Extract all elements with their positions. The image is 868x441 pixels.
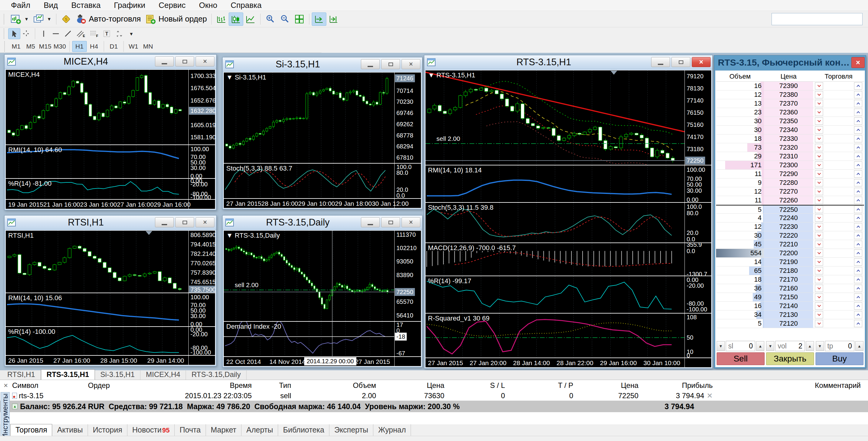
- close-button[interactable]: ×: [851, 57, 865, 68]
- tile-windows-button[interactable]: [292, 12, 307, 26]
- tf-d1-button[interactable]: D1: [106, 41, 121, 52]
- sell-at-price-button[interactable]: [815, 153, 823, 160]
- buy-at-price-button[interactable]: [854, 285, 862, 292]
- sell-at-price-button[interactable]: [815, 100, 823, 107]
- buy-at-price-button[interactable]: [854, 144, 862, 151]
- volume-field[interactable]: vol2: [775, 341, 805, 351]
- depth-row[interactable]: 1872170: [716, 275, 864, 284]
- tf-h1-button[interactable]: H1: [72, 41, 87, 52]
- buy-at-price-button[interactable]: [854, 91, 862, 98]
- tf-w1-button[interactable]: W1: [126, 41, 141, 52]
- depth-row[interactable]: 6572180: [716, 266, 864, 275]
- candlestick-chart-button[interactable]: [229, 12, 243, 26]
- buy-at-price-button[interactable]: [854, 267, 862, 274]
- instruments-sidebar-tab[interactable]: Инструменты: [1, 392, 10, 440]
- sl-increase-button[interactable]: ▲: [756, 341, 764, 351]
- buy-at-price-button[interactable]: [854, 179, 862, 186]
- tf-m1-button[interactable]: M1: [9, 41, 23, 52]
- tf-m15-button[interactable]: M15: [38, 41, 53, 52]
- fibonacci-tool-button[interactable]: F: [87, 28, 101, 39]
- crosshair-tool-button[interactable]: [20, 28, 32, 39]
- minimize-button[interactable]: [361, 59, 380, 69]
- buy-at-price-button[interactable]: [854, 188, 862, 195]
- volume-decrease-button[interactable]: ▼: [766, 341, 774, 351]
- window-micex-h4[interactable]: MICEX,H4 × 1700.33301676.50451652.676016…: [4, 54, 217, 210]
- maximize-button[interactable]: [672, 57, 690, 67]
- volume-increase-button[interactable]: ▲: [806, 341, 814, 351]
- tab-library[interactable]: Библиотека: [278, 424, 329, 436]
- tab-news[interactable]: Новости95: [127, 424, 175, 436]
- depth-row[interactable]: 1272230: [716, 223, 864, 231]
- window-titlebar[interactable]: RTSI,H1 ×: [5, 215, 216, 230]
- depth-row[interactable]: 4572210: [716, 240, 864, 249]
- balance-icon[interactable]: ▲: [12, 404, 18, 409]
- chart-micex-h4[interactable]: 1700.33301676.50451652.67601605.01901581…: [5, 69, 215, 209]
- menu-view[interactable]: Вид: [37, 0, 65, 11]
- window-titlebar[interactable]: RTS-3.15,H1 ×: [424, 55, 712, 69]
- depth-row[interactable]: 1472190: [716, 258, 864, 266]
- sell-at-price-button[interactable]: [815, 179, 823, 186]
- buy-at-price-button[interactable]: [854, 214, 862, 222]
- sell-at-price-button[interactable]: [815, 206, 823, 213]
- sell-at-price-button[interactable]: [815, 223, 823, 230]
- tf-m30-button[interactable]: M30: [53, 41, 67, 52]
- tp-field[interactable]: tp0: [825, 341, 854, 351]
- buy-at-price-button[interactable]: [854, 161, 862, 169]
- toolbar-grip[interactable]: [4, 29, 6, 39]
- depth-row[interactable]: 3672160: [716, 284, 864, 293]
- line-chart-button[interactable]: [243, 12, 258, 26]
- terminal-close-icon[interactable]: ×: [4, 381, 8, 390]
- open-position-row[interactable]: rts-3.15 2015.01.23 22:03:05 sell 2.00 7…: [0, 391, 868, 401]
- buy-at-price-button[interactable]: [854, 258, 862, 266]
- window-si-h1[interactable]: Si-3.15,H1 × 707147023069746692626877868…: [222, 57, 423, 209]
- chart-tab-si-h1[interactable]: Si-3.15,H1: [95, 370, 141, 380]
- zoom-in-button[interactable]: [263, 12, 278, 26]
- autotrade-button[interactable]: Авто-торговля: [73, 12, 143, 26]
- tab-mail[interactable]: Почта: [175, 424, 206, 436]
- depth-row[interactable]: 4972150: [716, 293, 864, 302]
- buy-at-price-button[interactable]: [854, 117, 862, 125]
- sell-at-price-button[interactable]: [815, 320, 823, 327]
- zoom-out-button[interactable]: [278, 12, 292, 26]
- buy-at-price-button[interactable]: [854, 320, 862, 327]
- sell-at-price-button[interactable]: [815, 293, 823, 301]
- menu-insert[interactable]: Вставка: [65, 0, 107, 11]
- buy-at-price-button[interactable]: [854, 241, 862, 248]
- auto-scroll-button[interactable]: [312, 12, 326, 26]
- menu-help[interactable]: Справка: [224, 0, 268, 11]
- window-titlebar[interactable]: RTS-3.15,Daily ×: [223, 215, 422, 230]
- close-button[interactable]: ×: [402, 217, 420, 227]
- sell-at-price-button[interactable]: [815, 285, 823, 292]
- depth-row[interactable]: 1672140: [716, 302, 864, 311]
- maximize-button[interactable]: [381, 59, 400, 69]
- search-box[interactable]: [772, 13, 863, 25]
- tab-history[interactable]: История: [88, 424, 127, 436]
- depth-row[interactable]: 3072340: [716, 126, 864, 135]
- equidistant-channel-tool-button[interactable]: E: [74, 28, 87, 39]
- buy-at-price-button[interactable]: [854, 311, 862, 318]
- depth-row[interactable]: 1172290: [716, 170, 864, 178]
- toolbar-grip[interactable]: [4, 41, 6, 52]
- buy-at-price-button[interactable]: [854, 232, 862, 239]
- depth-row[interactable]: 572120: [716, 319, 864, 328]
- sell-at-price-button[interactable]: [815, 258, 823, 266]
- buy-at-price-button[interactable]: [854, 302, 862, 310]
- market-depth-window[interactable]: RTS-3.15, Фьючерсный конт... × Объем Цен…: [714, 55, 866, 369]
- depth-row[interactable]: 972280: [716, 178, 864, 187]
- tab-market[interactable]: Маркет: [206, 424, 242, 436]
- sell-at-price-button[interactable]: [815, 214, 823, 222]
- buy-at-price-button[interactable]: [854, 126, 862, 134]
- close-button[interactable]: ×: [692, 57, 711, 67]
- chart-rts-h1[interactable]: sell 2.007912078130771407615075160741707…: [425, 70, 712, 368]
- profiles-button[interactable]: ▼: [31, 12, 54, 26]
- tab-assets[interactable]: Активы: [52, 424, 88, 436]
- depth-row[interactable]: 1372370: [716, 99, 864, 108]
- tab-journal[interactable]: Журнал: [373, 424, 411, 436]
- new-order-button[interactable]: Новый ордер: [143, 12, 209, 26]
- depth-row[interactable]: 1172260: [716, 196, 864, 205]
- buy-at-price-button[interactable]: [854, 293, 862, 301]
- buy-at-price-button[interactable]: [854, 249, 862, 257]
- minimize-button[interactable]: [651, 57, 670, 67]
- bar-chart-button[interactable]: [214, 12, 229, 26]
- window-titlebar[interactable]: MICEX,H4 ×: [5, 55, 216, 68]
